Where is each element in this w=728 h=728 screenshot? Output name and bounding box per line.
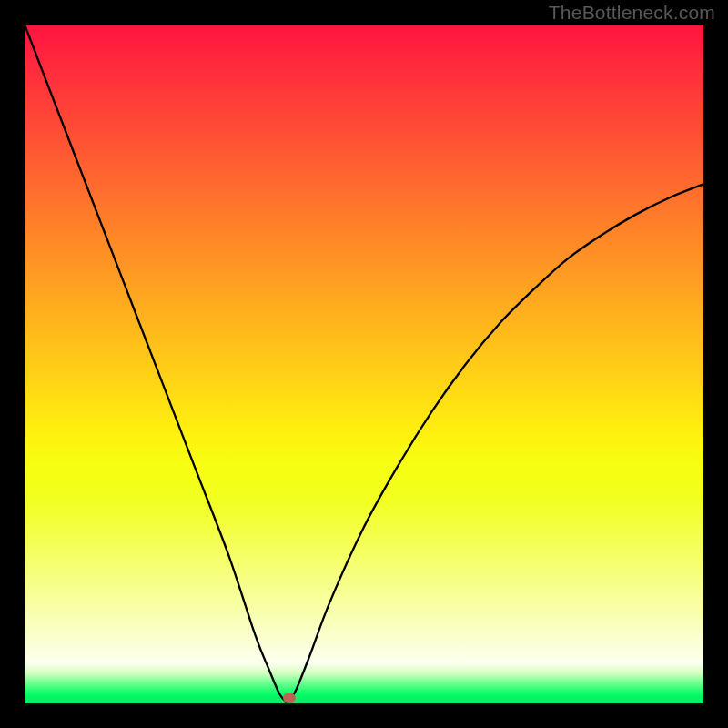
bottleneck-curve-path [25,25,703,702]
plot-area [25,25,703,703]
curve-svg [25,25,703,703]
watermark-text: TheBottleneck.com [549,2,715,24]
optimum-marker [283,693,296,703]
chart-container: TheBottleneck.com [0,0,728,728]
